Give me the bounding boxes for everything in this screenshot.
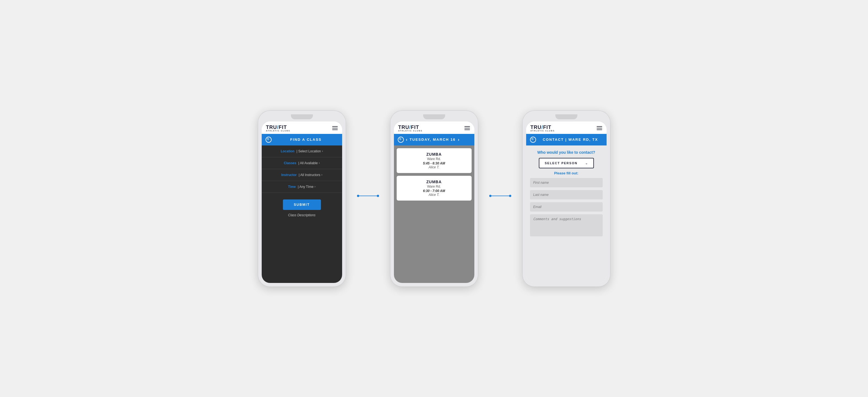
filter-time-arrow: › [315, 185, 315, 188]
first-name-input[interactable] [530, 178, 603, 187]
find-class-header: 🔍 FIND A CLASS [262, 134, 342, 146]
class-card-1[interactable]: ZUMBA Ware Rd. 5:45 - 6:30 AM Alice T. [397, 148, 472, 173]
class-card-2-instructor: Alice T. [401, 193, 468, 197]
app-header-1: TRU/FIT ATHLETIC CLUBS [262, 122, 342, 134]
filter-instructor[interactable]: Instructor | All Instructors › [262, 169, 342, 181]
schedule-header: 🔍 ‹ TUESDAY, MARCH 16 › [394, 134, 474, 146]
phone-3: TRU/FIT ATHLETIC CLUBS 🔍 CONTACT | WARE … [522, 111, 611, 287]
filter-classes-label: Classes [284, 161, 296, 165]
class-card-2-time: 6:30 - 7:00 AM [401, 189, 468, 193]
search-icon-2: 🔍 [398, 136, 404, 143]
contact-body: Who would you like to contact? SELECT PE… [526, 146, 607, 283]
filter-time-value: | Any TIme [297, 185, 313, 189]
class-card-2-title: ZUMBA [401, 180, 468, 184]
hamburger-menu-2[interactable] [464, 126, 470, 130]
phone-screen-3: TRU/FIT ATHLETIC CLUBS 🔍 CONTACT | WARE … [526, 122, 607, 283]
last-name-input[interactable] [530, 190, 603, 200]
class-card-1-instructor: Alice T. [401, 165, 468, 169]
select-person-label: SELECT PERSON [545, 161, 578, 165]
logo-main-3: TRU/FIT [531, 125, 552, 130]
scene: TRU/FIT ATHLETIC CLUBS 🔍 FIND A CLASS L [247, 99, 621, 298]
filter-instructor-value: | All Instructors [298, 173, 320, 177]
filter-classes-value: | All Avaliable [298, 161, 318, 165]
phone-notch-2 [423, 114, 445, 119]
current-date-label: TUESDAY, MARCH 16 [410, 138, 456, 142]
filter-location-arrow: › [322, 150, 323, 153]
filter-instructor-arrow: › [321, 173, 322, 176]
phone-notch-3 [555, 114, 578, 119]
class-card-1-location: Ware Rd. [401, 157, 468, 161]
logo-sub-1: ATHLETIC CLUBS [266, 130, 290, 132]
search-icon-3: 🔍 [530, 136, 536, 143]
schedule-body: ZUMBA Ware Rd. 5:45 - 6:30 AM Alice T. Z… [394, 146, 474, 283]
logo-3: TRU/FIT ATHLETIC CLUBS [531, 125, 555, 132]
contact-question-label: Who would you like to contact? [530, 150, 603, 155]
app-header-3: TRU/FIT ATHLETIC CLUBS [526, 122, 607, 134]
find-class-title: FIND A CLASS [274, 138, 338, 142]
prev-day-button[interactable]: ‹ [406, 137, 407, 142]
filter-location[interactable]: Location | Select Location › [262, 146, 342, 157]
filter-classes[interactable]: Classes | All Avaliable › [262, 157, 342, 169]
class-descriptions-link[interactable]: Class Descriptions [262, 213, 342, 223]
logo-1: TRU/FIT ATHLETIC CLUBS [266, 125, 290, 132]
hamburger-menu-1[interactable] [332, 126, 338, 130]
hamburger-menu-3[interactable] [597, 126, 602, 130]
logo-sub-3: ATHLETIC CLUBS [531, 130, 555, 132]
logo-main-2: TRU/FIT [398, 125, 419, 130]
filter-instructor-label: Instructor [281, 173, 297, 177]
select-person-button[interactable]: SELECT PERSON ⌄ [539, 158, 594, 168]
search-icon-1: 🔍 [266, 136, 272, 143]
class-card-1-time: 5:45 - 6:30 AM [401, 161, 468, 165]
filter-time-label: Time [288, 185, 296, 189]
filter-classes-arrow: › [319, 161, 319, 164]
contact-header-title: CONTACT | WARE RD, TX [538, 138, 603, 142]
email-input[interactable] [530, 202, 603, 212]
app-header-2: TRU/FIT ATHLETIC CLUBS [394, 122, 474, 134]
logo-sub-2: ATHLETIC CLUBS [398, 130, 423, 132]
connector-2 [489, 195, 511, 196]
select-chevron-icon: ⌄ [585, 161, 588, 165]
phone-notch-1 [291, 114, 313, 119]
find-class-body: Location | Select Location › Classes | A… [262, 146, 342, 283]
submit-button[interactable]: SUBMIT [283, 200, 321, 210]
class-card-2-location: Ware Rd. [401, 185, 468, 188]
filter-time[interactable]: Time | Any TIme › [262, 181, 342, 193]
contact-header: 🔍 CONTACT | WARE RD, TX [526, 134, 607, 146]
logo-main-1: TRU/FIT [266, 125, 287, 130]
comments-textarea[interactable] [530, 214, 603, 236]
class-card-2[interactable]: ZUMBA Ware Rd. 6:30 - 7:00 AM Alice T. [397, 176, 472, 201]
phone-1: TRU/FIT ATHLETIC CLUBS 🔍 FIND A CLASS L [258, 111, 346, 287]
phone-screen-2: TRU/FIT ATHLETIC CLUBS 🔍 ‹ TUESDAY, MARC… [394, 122, 474, 283]
filter-location-label: Location [281, 149, 294, 153]
logo-2: TRU/FIT ATHLETIC CLUBS [398, 125, 423, 132]
filter-location-value: | Select Location [296, 149, 321, 153]
please-fill-label: Please fill out: [530, 171, 603, 175]
next-day-button[interactable]: › [458, 137, 459, 142]
phone-2: TRU/FIT ATHLETIC CLUBS 🔍 ‹ TUESDAY, MARC… [390, 111, 478, 287]
connector-1 [357, 195, 379, 196]
class-card-1-title: ZUMBA [401, 152, 468, 156]
phone-screen-1: TRU/FIT ATHLETIC CLUBS 🔍 FIND A CLASS L [262, 122, 342, 283]
